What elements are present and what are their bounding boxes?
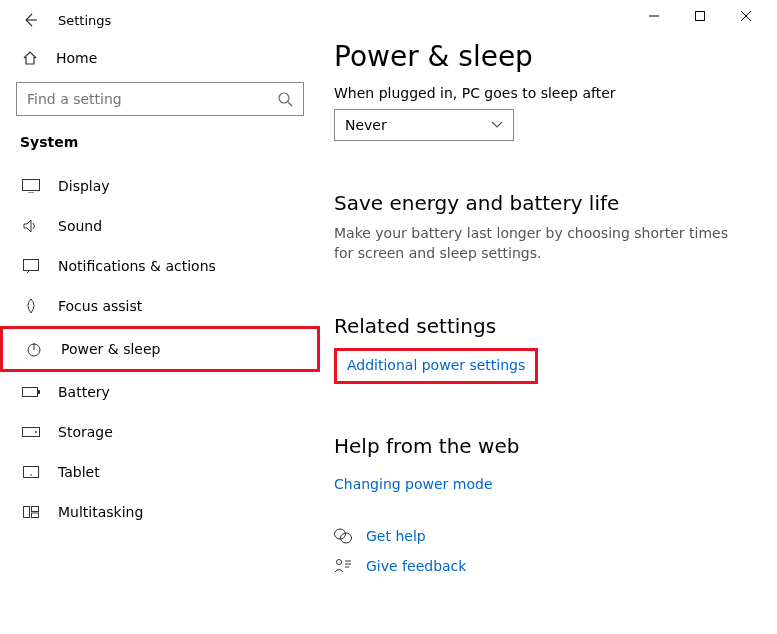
sleep-dropdown[interactable]: Never	[334, 109, 514, 141]
chevron-down-icon	[491, 121, 503, 129]
feedback-icon	[334, 558, 352, 574]
svg-rect-6	[38, 390, 40, 394]
sidebar-item-label: Multitasking	[58, 504, 143, 520]
svg-rect-13	[32, 513, 39, 518]
svg-point-14	[335, 529, 346, 539]
sidebar-item-power-sleep[interactable]: Power & sleep	[0, 326, 320, 372]
home-icon	[22, 50, 40, 66]
sidebar-item-multitasking[interactable]: Multitasking	[0, 492, 320, 532]
svg-rect-2	[23, 180, 40, 191]
display-icon	[22, 179, 40, 193]
sidebar-item-display[interactable]: Display	[0, 166, 320, 206]
group-system: System	[0, 134, 320, 166]
svg-point-10	[30, 474, 32, 476]
storage-icon	[22, 427, 40, 437]
help-heading: Help from the web	[334, 434, 747, 458]
back-button[interactable]	[20, 10, 40, 30]
sidebar-item-notifications[interactable]: Notifications & actions	[0, 246, 320, 286]
notifications-icon	[22, 259, 40, 273]
battery-icon	[22, 387, 40, 397]
search-icon	[277, 91, 293, 107]
tablet-icon	[22, 466, 40, 478]
sidebar-item-label: Notifications & actions	[58, 258, 216, 274]
sidebar-item-label: Storage	[58, 424, 113, 440]
sidebar-item-label: Sound	[58, 218, 102, 234]
energy-heading: Save energy and battery life	[334, 191, 747, 215]
energy-body: Make your battery last longer by choosin…	[334, 223, 747, 264]
svg-rect-9	[24, 467, 39, 478]
get-help-link[interactable]: Get help	[366, 528, 426, 544]
svg-rect-12	[32, 507, 39, 512]
sidebar-item-tablet[interactable]: Tablet	[0, 452, 320, 492]
multitasking-icon	[22, 506, 40, 518]
svg-point-8	[35, 431, 37, 433]
sleep-value: Never	[345, 117, 387, 133]
home-nav[interactable]: Home	[0, 40, 320, 82]
sound-icon	[22, 219, 40, 233]
sidebar-item-label: Tablet	[58, 464, 100, 480]
related-heading: Related settings	[334, 314, 747, 338]
svg-rect-5	[23, 388, 38, 397]
app-title: Settings	[58, 13, 111, 28]
search-field[interactable]	[27, 91, 277, 107]
search-input[interactable]	[16, 82, 304, 116]
page-title: Power & sleep	[334, 40, 747, 73]
sidebar-item-label: Focus assist	[58, 298, 142, 314]
power-icon	[25, 341, 43, 357]
sidebar-item-label: Display	[58, 178, 110, 194]
sidebar-item-sound[interactable]: Sound	[0, 206, 320, 246]
sidebar-item-label: Power & sleep	[61, 341, 160, 357]
give-feedback-link[interactable]: Give feedback	[366, 558, 466, 574]
sidebar-item-label: Battery	[58, 384, 110, 400]
focus-icon	[22, 298, 40, 314]
svg-point-15	[341, 533, 352, 543]
sidebar-item-battery[interactable]: Battery	[0, 372, 320, 412]
help-icon	[334, 528, 352, 544]
sidebar-item-focus-assist[interactable]: Focus assist	[0, 286, 320, 326]
svg-point-1	[279, 93, 289, 103]
sleep-label: When plugged in, PC goes to sleep after	[334, 85, 747, 101]
changing-power-mode-link[interactable]: Changing power mode	[334, 476, 493, 492]
svg-rect-3	[24, 260, 39, 271]
svg-rect-11	[24, 507, 30, 518]
additional-power-settings-link[interactable]: Additional power settings	[347, 357, 525, 373]
svg-point-16	[337, 559, 342, 564]
home-label: Home	[56, 50, 97, 66]
sidebar-item-storage[interactable]: Storage	[0, 412, 320, 452]
